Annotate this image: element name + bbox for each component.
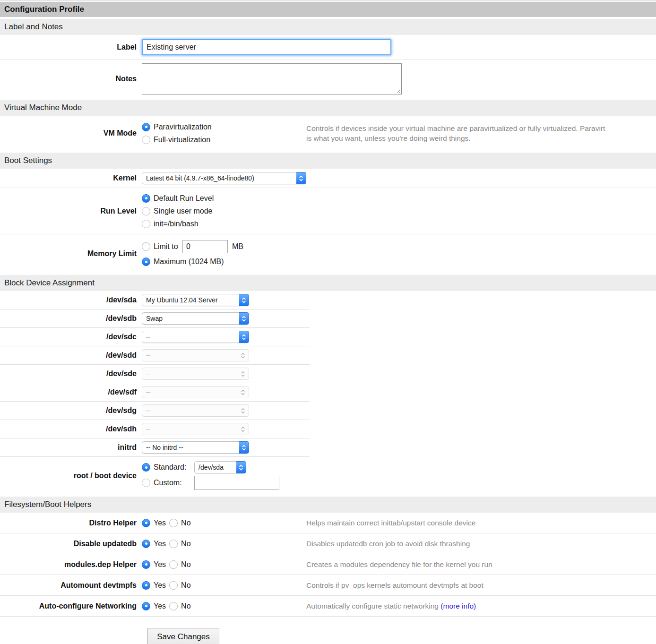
section-boot-settings: Boot Settings [0, 153, 656, 169]
dev-sdh-select: -- [142, 423, 249, 435]
radio-full-virtualization-label: Full-virtualization [154, 136, 210, 144]
configuration-profile-page: Configuration Profile Label and Notes La… [0, 0, 656, 644]
radio-maximum-memory[interactable] [142, 258, 150, 266]
no-label: No [181, 581, 190, 590]
radio-standard-boot-device[interactable] [142, 463, 150, 472]
memory-limit-input[interactable] [182, 240, 228, 253]
run-level-label: Run Level [0, 207, 142, 215]
no-label: No [181, 540, 190, 548]
select-stepper-icon [296, 172, 306, 184]
dev-sdb-select-value: Swap [142, 315, 239, 322]
radio-automount-devtmpfs-no[interactable] [169, 581, 178, 590]
radio-default-run-level-label: Default Run Level [154, 194, 214, 203]
radio-limit-to[interactable] [142, 242, 150, 251]
initrd-select[interactable]: -- No initrd -- [142, 441, 249, 454]
select-stepper-icon [237, 350, 249, 361]
auto-configure-networking-help: Automatically configure static networkin… [306, 601, 476, 611]
dev-sdb-select[interactable]: Swap [142, 312, 249, 325]
no-label: No [181, 560, 190, 569]
custom-boot-device-input[interactable] [194, 476, 279, 490]
helper-row-modules-dep: modules.dep Helper Yes No Creates a modu… [0, 554, 656, 575]
dev-sdf-select-value: -- [142, 388, 237, 396]
dev-sdd-select-value: -- [142, 352, 237, 359]
dev-sdc-select[interactable]: -- [142, 331, 249, 343]
auto-configure-networking-help-text: Automatically configure static networkin… [306, 602, 439, 610]
select-stepper-icon [237, 405, 249, 416]
helper-row-updatedb: Disable updatedb Yes No Disables updated… [0, 533, 656, 554]
radio-automount-devtmpfs-yes[interactable] [142, 581, 150, 590]
select-stepper-icon [237, 423, 249, 435]
section-filesystem-boot-helpers: Filesystem/Boot Helpers [0, 497, 656, 513]
root-boot-device-label: root / boot device [0, 472, 142, 480]
block-device-row-sdb: /dev/sdb Swap [0, 309, 656, 328]
block-device-row-sda: /dev/sda My Ubuntu 12.04 Server [0, 291, 656, 309]
vm-mode-help: Controls if devices inside your virtual … [306, 123, 609, 143]
helper-row-distro: Distro Helper Yes No Helps maintain corr… [0, 513, 656, 533]
dev-sdh-label: /dev/sdh [0, 425, 142, 433]
save-changes-button[interactable]: Save Changes [147, 628, 219, 644]
radio-paravirtualization[interactable] [142, 123, 150, 131]
radio-auto-configure-networking-yes[interactable] [142, 602, 150, 610]
block-device-row-sdg: /dev/sdg -- [0, 402, 656, 420]
resize-handle-icon[interactable] [396, 89, 401, 94]
memory-limit-unit: MB [232, 242, 243, 251]
vm-mode-row: VM Mode Paravirtualization Full-virtuali… [0, 116, 656, 151]
dev-sdf-select: -- [142, 386, 249, 398]
radio-init-bin-bash[interactable] [142, 220, 150, 228]
label-row: Label [0, 35, 656, 60]
block-device-row-initrd: initrd -- No initrd -- [0, 438, 656, 457]
dev-sda-select[interactable]: My Ubuntu 12.04 Server [142, 294, 249, 306]
distro-helper-label: Distro Helper [0, 519, 142, 527]
label-input[interactable] [142, 39, 391, 55]
vm-mode-label: VM Mode [0, 129, 142, 137]
no-label: No [181, 602, 190, 610]
radio-single-user-mode-label: Single user mode [154, 207, 213, 215]
radio-limit-to-label: Limit to [154, 242, 182, 251]
dev-sdc-label: /dev/sdc [0, 333, 142, 341]
radio-custom-label: Custom: [154, 479, 194, 487]
dev-sde-select: -- [142, 368, 249, 380]
more-info-link[interactable]: (more info) [440, 602, 476, 610]
radio-paravirtualization-label: Paravirtualization [154, 123, 212, 131]
initrd-label: initrd [0, 443, 142, 452]
radio-custom-boot-device[interactable] [142, 479, 150, 487]
notes-textarea[interactable] [142, 63, 402, 94]
radio-disable-updatedb-yes[interactable] [142, 540, 150, 548]
select-stepper-icon [239, 294, 249, 306]
radio-modules-dep-no[interactable] [169, 560, 178, 569]
automount-devtmpfs-label: Automount devtmpfs [0, 581, 142, 590]
kernel-select[interactable]: Latest 64 bit (4.9.7-x86_64-linode80) [142, 172, 306, 184]
radio-default-run-level[interactable] [142, 194, 150, 203]
radio-init-bin-bash-label: init=/bin/bash [154, 220, 199, 228]
select-stepper-icon [237, 368, 249, 379]
modules-dep-helper-help: Creates a modules dependency file for th… [306, 559, 492, 569]
yes-label: Yes [154, 602, 166, 610]
radio-standard-label: Standard: [154, 463, 194, 472]
dev-sdg-select: -- [142, 404, 249, 417]
yes-label: Yes [154, 560, 166, 569]
radio-full-virtualization[interactable] [142, 136, 150, 144]
radio-disable-updatedb-no[interactable] [169, 540, 178, 548]
dev-sdh-select-value: -- [142, 425, 237, 433]
initrd-select-value: -- No initrd -- [142, 444, 239, 451]
dev-sdd-select: -- [142, 349, 249, 361]
radio-distro-helper-yes[interactable] [142, 519, 150, 527]
disable-updatedb-help: Disables updatedb cron job to avoid disk… [306, 539, 470, 549]
block-device-row-sdf: /dev/sdf -- [0, 383, 656, 402]
block-device-row-sdc: /dev/sdc -- [0, 328, 656, 346]
standard-boot-device-select[interactable]: /dev/sda [194, 461, 246, 473]
yes-label: Yes [154, 519, 166, 527]
dev-sdf-label: /dev/sdf [0, 388, 142, 396]
kernel-row: Kernel Latest 64 bit (4.9.7-x86_64-linod… [0, 169, 656, 188]
block-device-row-sde: /dev/sde -- [0, 365, 656, 383]
section-block-device-assignment: Block Device Assignment [0, 275, 656, 291]
select-stepper-icon [239, 331, 249, 343]
kernel-select-value: Latest 64 bit (4.9.7-x86_64-linode80) [142, 174, 296, 182]
top-strip [0, 0, 656, 1]
radio-distro-helper-no[interactable] [169, 519, 178, 527]
radio-auto-configure-networking-no[interactable] [169, 602, 178, 610]
automount-devtmpfs-help: Controls if pv_ops kernels automount dev… [306, 580, 483, 590]
dev-sda-select-value: My Ubuntu 12.04 Server [142, 296, 239, 304]
radio-modules-dep-yes[interactable] [142, 560, 150, 569]
radio-single-user-mode[interactable] [142, 207, 150, 215]
